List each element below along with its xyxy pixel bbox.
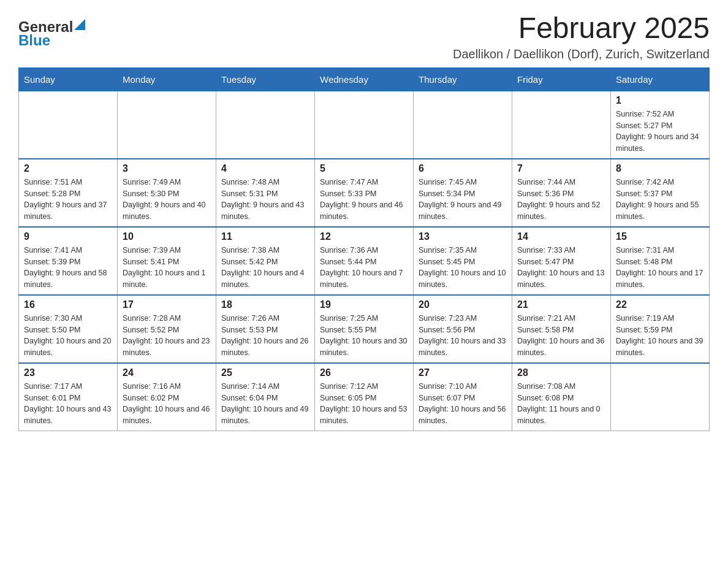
svg-marker-0 [74,19,85,30]
day-info: Sunrise: 7:28 AM Sunset: 5:52 PM Dayligh… [123,313,211,359]
table-row: 10Sunrise: 7:39 AM Sunset: 5:41 PM Dayli… [118,227,216,295]
month-title: February 2025 [453,12,710,45]
day-number: 21 [517,299,605,310]
table-row: 6Sunrise: 7:45 AM Sunset: 5:34 PM Daylig… [414,159,512,227]
table-row: 7Sunrise: 7:44 AM Sunset: 5:36 PM Daylig… [512,159,611,227]
day-number: 14 [517,231,605,242]
table-row: 21Sunrise: 7:21 AM Sunset: 5:58 PM Dayli… [512,295,611,363]
title-block: February 2025 Daellikon / Daellikon (Dor… [453,12,710,61]
col-tuesday: Tuesday [216,67,315,91]
day-number: 28 [517,367,605,378]
calendar-week-row: 23Sunrise: 7:17 AM Sunset: 6:01 PM Dayli… [19,363,710,431]
logo-blue-text: Blue [18,32,50,49]
table-row: 8Sunrise: 7:42 AM Sunset: 5:37 PM Daylig… [611,159,710,227]
table-row: 26Sunrise: 7:12 AM Sunset: 6:05 PM Dayli… [315,363,414,431]
table-row: 27Sunrise: 7:10 AM Sunset: 6:07 PM Dayli… [414,363,512,431]
calendar-table: Sunday Monday Tuesday Wednesday Thursday… [18,67,710,431]
day-info: Sunrise: 7:23 AM Sunset: 5:56 PM Dayligh… [419,313,507,359]
table-row: 20Sunrise: 7:23 AM Sunset: 5:56 PM Dayli… [414,295,512,363]
table-row: 3Sunrise: 7:49 AM Sunset: 5:30 PM Daylig… [118,159,216,227]
calendar-header-row: Sunday Monday Tuesday Wednesday Thursday… [19,67,710,91]
table-row: 4Sunrise: 7:48 AM Sunset: 5:31 PM Daylig… [216,159,315,227]
day-number: 18 [221,299,309,310]
day-info: Sunrise: 7:51 AM Sunset: 5:28 PM Dayligh… [24,177,112,223]
day-number: 1 [616,95,704,106]
day-number: 22 [616,299,704,310]
day-info: Sunrise: 7:44 AM Sunset: 5:36 PM Dayligh… [517,177,605,223]
day-info: Sunrise: 7:31 AM Sunset: 5:48 PM Dayligh… [616,245,704,291]
day-info: Sunrise: 7:45 AM Sunset: 5:34 PM Dayligh… [419,177,507,223]
day-number: 24 [123,367,211,378]
day-info: Sunrise: 7:48 AM Sunset: 5:31 PM Dayligh… [221,177,309,223]
day-number: 11 [221,231,309,242]
table-row [118,91,216,159]
day-info: Sunrise: 7:17 AM Sunset: 6:01 PM Dayligh… [24,381,112,427]
day-info: Sunrise: 7:19 AM Sunset: 5:59 PM Dayligh… [616,313,704,359]
calendar-week-row: 1Sunrise: 7:52 AM Sunset: 5:27 PM Daylig… [19,91,710,159]
day-number: 8 [616,163,704,174]
table-row [512,91,611,159]
day-number: 9 [24,231,112,242]
table-row: 2Sunrise: 7:51 AM Sunset: 5:28 PM Daylig… [19,159,118,227]
day-number: 10 [123,231,211,242]
day-info: Sunrise: 7:10 AM Sunset: 6:07 PM Dayligh… [419,381,507,427]
table-row [611,363,710,431]
logo-triangle-icon [74,19,85,30]
calendar-week-row: 9Sunrise: 7:41 AM Sunset: 5:39 PM Daylig… [19,227,710,295]
location-subtitle: Daellikon / Daellikon (Dorf), Zurich, Sw… [453,47,710,61]
day-info: Sunrise: 7:16 AM Sunset: 6:02 PM Dayligh… [123,381,211,427]
table-row: 5Sunrise: 7:47 AM Sunset: 5:33 PM Daylig… [315,159,414,227]
day-number: 25 [221,367,309,378]
table-row: 25Sunrise: 7:14 AM Sunset: 6:04 PM Dayli… [216,363,315,431]
col-saturday: Saturday [611,67,710,91]
day-number: 16 [24,299,112,310]
day-info: Sunrise: 7:35 AM Sunset: 5:45 PM Dayligh… [419,245,507,291]
day-number: 17 [123,299,211,310]
table-row [315,91,414,159]
day-number: 5 [320,163,408,174]
day-number: 4 [221,163,309,174]
col-sunday: Sunday [19,67,118,91]
table-row: 19Sunrise: 7:25 AM Sunset: 5:55 PM Dayli… [315,295,414,363]
day-number: 2 [24,163,112,174]
table-row: 24Sunrise: 7:16 AM Sunset: 6:02 PM Dayli… [118,363,216,431]
day-info: Sunrise: 7:14 AM Sunset: 6:04 PM Dayligh… [221,381,309,427]
table-row: 14Sunrise: 7:33 AM Sunset: 5:47 PM Dayli… [512,227,611,295]
table-row: 13Sunrise: 7:35 AM Sunset: 5:45 PM Dayli… [414,227,512,295]
table-row: 16Sunrise: 7:30 AM Sunset: 5:50 PM Dayli… [19,295,118,363]
table-row: 28Sunrise: 7:08 AM Sunset: 6:08 PM Dayli… [512,363,611,431]
day-number: 19 [320,299,408,310]
day-info: Sunrise: 7:12 AM Sunset: 6:05 PM Dayligh… [320,381,408,427]
col-wednesday: Wednesday [315,67,414,91]
day-info: Sunrise: 7:26 AM Sunset: 5:53 PM Dayligh… [221,313,309,359]
day-info: Sunrise: 7:47 AM Sunset: 5:33 PM Dayligh… [320,177,408,223]
col-thursday: Thursday [414,67,512,91]
day-info: Sunrise: 7:42 AM Sunset: 5:37 PM Dayligh… [616,177,704,223]
day-info: Sunrise: 7:08 AM Sunset: 6:08 PM Dayligh… [517,381,605,427]
day-info: Sunrise: 7:36 AM Sunset: 5:44 PM Dayligh… [320,245,408,291]
col-monday: Monday [118,67,216,91]
table-row: 17Sunrise: 7:28 AM Sunset: 5:52 PM Dayli… [118,295,216,363]
day-number: 15 [616,231,704,242]
day-number: 26 [320,367,408,378]
day-info: Sunrise: 7:30 AM Sunset: 5:50 PM Dayligh… [24,313,112,359]
day-info: Sunrise: 7:25 AM Sunset: 5:55 PM Dayligh… [320,313,408,359]
table-row: 1Sunrise: 7:52 AM Sunset: 5:27 PM Daylig… [611,91,710,159]
day-number: 6 [419,163,507,174]
day-number: 27 [419,367,507,378]
col-friday: Friday [512,67,611,91]
day-number: 3 [123,163,211,174]
page-header: General Blue February 2025 Daellikon / D… [18,12,710,61]
table-row: 18Sunrise: 7:26 AM Sunset: 5:53 PM Dayli… [216,295,315,363]
table-row: 12Sunrise: 7:36 AM Sunset: 5:44 PM Dayli… [315,227,414,295]
table-row: 11Sunrise: 7:38 AM Sunset: 5:42 PM Dayli… [216,227,315,295]
logo: General Blue [18,18,85,49]
table-row: 15Sunrise: 7:31 AM Sunset: 5:48 PM Dayli… [611,227,710,295]
table-row [216,91,315,159]
day-number: 7 [517,163,605,174]
day-info: Sunrise: 7:33 AM Sunset: 5:47 PM Dayligh… [517,245,605,291]
day-number: 23 [24,367,112,378]
day-number: 12 [320,231,408,242]
table-row [19,91,118,159]
day-info: Sunrise: 7:52 AM Sunset: 5:27 PM Dayligh… [616,109,704,155]
